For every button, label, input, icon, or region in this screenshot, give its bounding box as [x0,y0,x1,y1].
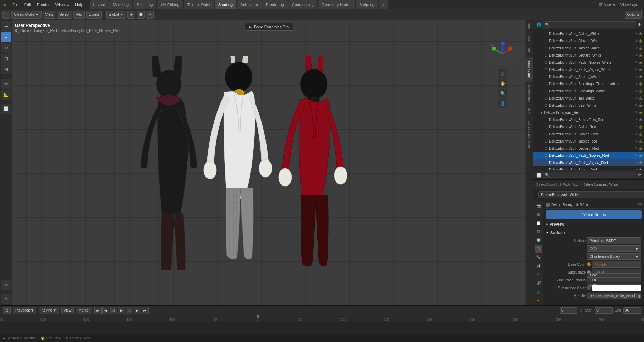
render-props-icon[interactable]: 📷 [535,202,542,210]
outliner-item[interactable]: ⬡DeluxeBunnySuit_Stockings_White👁🔒 [533,87,644,95]
vtab-arp[interactable]: ARP [526,105,533,117]
outliner-item[interactable]: ⬡DeluxeBunnySuit_Stockings_Fishnet_White… [533,80,644,87]
start-frame-field[interactable]: 0 [595,307,613,314]
view-layer-props-icon[interactable]: 📋 [535,219,542,227]
subsurface-color-swatch[interactable] [592,285,641,291]
subsurface-g[interactable]: 0.200 [587,278,641,282]
object-mode-btn[interactable]: Object Mode ▼ [11,11,42,19]
outliner-item[interactable]: ⬡DeluxeBunnySuit_Pads_Nipples_White👁🔒 [533,59,644,66]
cursor-tool[interactable]: ✛ [1,21,11,32]
scale-tool[interactable]: ⊡ [1,54,11,64]
ws-rendering[interactable]: Rendering [262,0,288,9]
ws-modeling[interactable]: Modeling [109,0,133,9]
outliner-item[interactable]: ⬡DeluxeBunnySuit_Tail_White👁🔒 [533,95,644,102]
vtab-mesh-online[interactable]: Mesh Online [526,57,533,82]
vtab-bone-dynamics[interactable]: Bone Dynamics Pro [526,117,533,152]
scene-label[interactable]: 🎬 Scene [597,2,617,7]
rotate-tool[interactable]: ↻ [1,43,11,53]
props-search[interactable] [543,172,636,178]
menu-edit[interactable]: Edit [21,0,34,9]
camera-persp-icon[interactable]: 🎥 [498,69,507,78]
view-btn[interactable]: View [43,11,56,19]
jump-end-btn[interactable]: ⏭ [142,307,149,314]
viewport-icon[interactable]: ⬛ [2,11,10,19]
props-filter-icon[interactable]: ⚙ [638,173,641,177]
prev-keyframe-btn[interactable]: ◁ [110,307,117,314]
modifier-props-icon[interactable]: 🔧 [535,254,542,261]
outliner-filter-icon[interactable]: ⚙ [638,23,641,27]
outliner-item[interactable]: ⬡DeluxeBunnySuit_Collar_White👁🔒 [533,30,644,37]
subsurface-method-dropdown[interactable]: Christensen-Burley ▼ [587,253,641,260]
menu-file[interactable]: File [9,0,21,9]
add-cube-tool[interactable]: ⬜ [1,104,11,114]
surface-type-dropdown[interactable]: Principled BSDF [587,237,641,244]
material-name-input[interactable] [538,191,644,198]
play-btn[interactable]: ▶ [118,307,125,314]
viewport-gizmo[interactable]: X Y Z 🎥 ✋ 🔍 👤 [490,42,515,67]
playhead[interactable] [258,315,258,334]
transform-tool[interactable]: ⊞ [1,64,11,74]
view-btn-timeline[interactable]: View [61,307,74,314]
data-props-icon[interactable]: △ [535,288,542,295]
outliner-item[interactable]: ⬡DeluxeBunnySuit_Jacket_White👁🔒 [533,44,644,52]
vtab-tool[interactable]: Tool [526,33,533,45]
timeline-track[interactable]: -300-250-200-150-100-5005010015020025030… [0,315,644,334]
particles-props-icon[interactable]: ✨ [535,262,542,270]
prev-frame-btn[interactable]: ◀ [102,307,109,314]
outliner-item[interactable]: ⬡DeluxeBunnySuit_Gloves_White👁🔒 [533,37,644,44]
ws-uv-editing[interactable]: UV Editing [157,0,183,9]
ws-layout[interactable]: Layout [90,0,109,9]
scene-props-icon[interactable]: 🎬 [535,228,542,236]
options-btn[interactable]: Options [625,11,642,19]
outliner-item[interactable]: ⬡DeluxeBunnySuit_Vest_White👁🔒 [533,102,644,109]
subsurface-r[interactable]: 1.000 [587,273,641,278]
ws-add[interactable]: + [379,0,388,9]
keying-btn[interactable]: Keying ▼ [39,307,59,314]
outliner-item[interactable]: ⬡DeluxeBunnySuit_Shoes_White👁🔒 [533,73,644,80]
measure-tool[interactable]: 📐 [1,90,11,100]
outliner-item[interactable]: ⬡DeluxeBunnySuit_Collar_Red👁🔒 [533,123,644,130]
surface-section-header[interactable]: ▼ Surface [545,229,643,237]
walk-icon[interactable]: 👤 [498,99,507,108]
ws-compositing[interactable]: Compositing [288,0,317,9]
object-props-icon[interactable]: ⬡ [535,245,542,253]
next-frame-btn[interactable]: ▶ [134,307,141,314]
timeline-type-icon[interactable]: ⏱ [3,307,11,314]
global-btn[interactable]: Global ▼ [106,11,126,19]
menu-help[interactable]: Help [72,0,86,9]
outliner-item[interactable]: ⬡DeluxeBunnySuit_Pads_Vagina_Red👁🔒 [533,159,644,166]
outliner-item[interactable]: ⬡DeluxeBunnySuit_Shoes_Red👁🔒 [533,166,644,170]
output-props-icon[interactable]: 🖥 [535,211,542,218]
playback-btn[interactable]: Playback ▼ [13,307,36,314]
ws-scripting[interactable]: Scripting [356,0,378,9]
proportional-icon[interactable]: ◎ [146,11,154,19]
add-btn[interactable]: Add [73,11,85,19]
ws-shading[interactable]: Shading [215,0,236,9]
constraints-props-icon[interactable]: 🔗 [535,279,542,287]
zoom-icon[interactable]: 🔍 [498,89,507,98]
outliner-item[interactable]: ▸Deluxe Bunnysuit_Red👁🔒 [533,109,644,116]
metallic-value[interactable]: DeluxeBunnysuit_White_Metallic.tga [587,293,641,299]
outliner-search[interactable] [543,21,636,28]
ws-geometry-nodes[interactable]: Geometry Nodes [318,0,355,9]
base-color-value[interactable]: Multiply [592,261,641,268]
vtab-simplepage[interactable]: Simplepage [526,82,533,105]
viewport[interactable]: User Perspective (0) Deluxe Bunnysuit_Re… [12,20,526,305]
ws-animation[interactable]: Animation [237,0,262,9]
distribution-dropdown[interactable]: GGX ▼ [587,245,641,252]
outliner-item[interactable]: ⬡DeluxeBunnySuit_Jacket_Red👁🔒 [533,138,644,145]
use-nodes-button[interactable]: ⬡ Use Nodes [546,210,642,219]
material-props-icon[interactable]: ● [535,296,542,304]
view-layer-label[interactable]: View Layer [619,3,641,7]
menu-window[interactable]: Window [53,0,72,9]
select-btn[interactable]: Select [57,11,72,19]
jump-start-btn[interactable]: ⏮ [94,307,102,314]
menu-render[interactable]: Render [34,0,53,9]
current-frame-field[interactable]: 0 [560,307,577,314]
marker-btn[interactable]: Marker [76,307,92,314]
outliner-item[interactable]: ⬡DeluxeBunnySuit_Leotard_Red👁🔒 [533,145,644,152]
outliner-item[interactable]: ⬡DeluxeBunnySuit_Leotard_White👁🔒 [533,52,644,59]
outliner-item[interactable]: ⬡DeluxeBunnySuit_Gloves_Red👁🔒 [533,130,644,138]
outliner-item[interactable]: ⬡DeluxeBunnySuit_Pads_Nipples_Red👁🔒 [533,152,644,159]
ws-sculpting[interactable]: Sculpting [133,0,156,9]
